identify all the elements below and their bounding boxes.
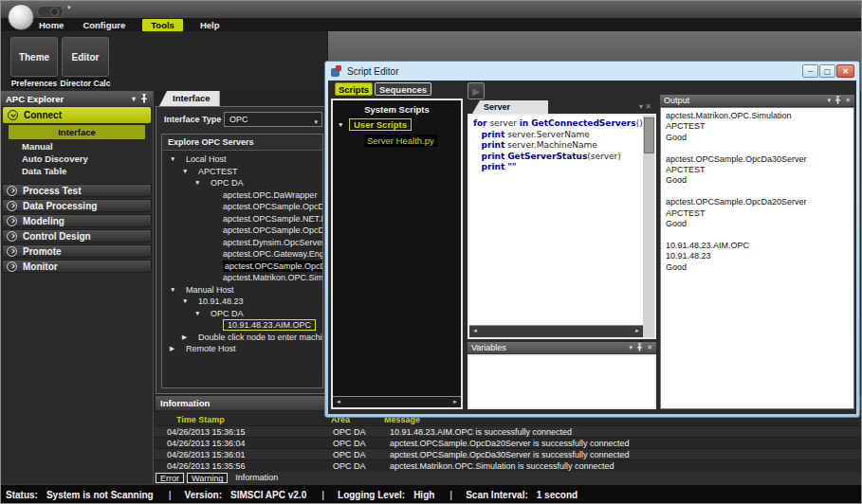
sidebar-item-connect[interactable]: Connect: [3, 107, 151, 123]
pin-icon[interactable]: [834, 96, 841, 105]
sidebar-item-auto-discovery[interactable]: Auto Discovery: [1, 153, 153, 165]
tree-row-apctest-opc-gateway-engin[interactable]: apctest.OPC.Gateway.Engin: [162, 248, 322, 261]
dropdown-icon[interactable]: ▾: [630, 344, 633, 351]
quick-access-dropdown-icon[interactable]: ▾: [67, 4, 71, 11]
log-message: 10.91.48.23.AIM.OPC is successfully conn…: [390, 427, 572, 437]
theme-button[interactable]: Theme: [10, 37, 58, 77]
tree-row-apctest-opc-dawrapper[interactable]: apctest.OPC.DaWrapper: [162, 189, 322, 202]
ribbon-groups: ThemePreferencesEditorDirector Calc: [1, 31, 328, 91]
minimize-button[interactable]: ─: [802, 64, 818, 78]
menu-tab-tools[interactable]: Tools: [142, 19, 183, 31]
expander-open-icon[interactable]: ▼: [170, 153, 186, 166]
status-label-scan-interval: Scan Interval:: [466, 490, 528, 500]
tree-row-apctest-opcsample-opcda20server[interactable]: apctest.OPCSample.OpcDa20Server: [162, 261, 322, 273]
log-tab-error[interactable]: Error: [156, 473, 184, 483]
expander-open-icon[interactable]: ▼: [194, 308, 211, 320]
variables-title: Variables: [471, 343, 506, 352]
scrollbar-thumb[interactable]: [644, 117, 654, 153]
script-node-server-health[interactable]: Server Health.py: [364, 135, 437, 147]
tree-row-opc-da[interactable]: ▼OPC DA: [162, 308, 322, 320]
tree-row-remote-host[interactable]: ▶Remote Host: [162, 343, 322, 355]
sidebar-section-promote[interactable]: Promote: [2, 244, 152, 258]
expander-closed-icon[interactable]: ▶: [182, 332, 198, 344]
output-line: Good: [666, 133, 853, 143]
output-content[interactable]: apctest.Matrikon.OPC.SimulationAPCTESTGo…: [660, 107, 854, 409]
pin-icon[interactable]: [140, 94, 148, 105]
tree-row-double-click-node-to-enter-machine[interactable]: ▶Double click node to enter machine: [162, 332, 322, 344]
code-text: ():: [636, 118, 643, 128]
scroll-left-icon[interactable]: ◄: [472, 326, 478, 336]
tree-row-apctest-opcsample-net-da[interactable]: apctest.OPCSample.NET.Da: [162, 213, 322, 225]
tree-row-apctest-dynsim-opcserver[interactable]: apctest.Dynsim.OpcServer.: [162, 237, 322, 249]
code-keyword: "": [507, 162, 516, 171]
dropdown-icon[interactable]: ▾: [828, 97, 832, 104]
tree-row-10-91-48-23[interactable]: ▼10.91.48.23: [162, 296, 322, 308]
expander-open-icon[interactable]: ▼: [182, 296, 198, 308]
code-editor[interactable]: for server in GetConnectedServers(): pri…: [468, 114, 656, 339]
sidebar-section-control-design[interactable]: Control Design: [2, 229, 152, 243]
output-line: [666, 187, 853, 197]
menu-tab-home[interactable]: Home: [37, 19, 65, 31]
log-tab-information[interactable]: Information: [230, 473, 283, 483]
close-icon[interactable]: ✕: [845, 97, 851, 104]
sidebar-item-interface[interactable]: Interface: [9, 125, 145, 139]
expander-open-icon[interactable]: ▼: [170, 284, 186, 297]
output-line: 10.91.48.23: [666, 251, 853, 261]
code-line: print GetServerStatus(server): [473, 152, 643, 163]
tree-horizontal-scrollbar[interactable]: ◄ ►: [333, 396, 461, 407]
sidebar-item-data-table[interactable]: Data Table: [1, 165, 153, 177]
document-tab-controls[interactable]: ▾ ✕: [639, 102, 651, 111]
scroll-right-icon[interactable]: ►: [452, 397, 458, 406]
log-filter-tabs: ErrorWarningInformation: [154, 472, 862, 484]
code-text[interactable]: for server in GetConnectedServers(): pri…: [469, 116, 643, 326]
dialog-title-bar[interactable]: Script Editor: [325, 62, 859, 81]
log-tab-warning[interactable]: Warning: [187, 473, 228, 483]
code-vertical-scrollbar[interactable]: [643, 116, 654, 326]
menu-tab-configure[interactable]: Configure: [81, 19, 127, 31]
tree-row-apctest-opcsample-opcda30server[interactable]: apctest.OPCSample.OpcDa30Server: [162, 225, 322, 237]
scroll-right-icon[interactable]: ►: [634, 326, 640, 336]
run-script-button[interactable]: ▶: [468, 82, 485, 99]
tree-row-apctest-matrikon-opc-simulation[interactable]: apctest.Matrikon.OPC.Simulation: [162, 272, 322, 284]
variables-content[interactable]: [468, 354, 656, 409]
sidebar-section-modeling[interactable]: Modeling: [2, 214, 152, 227]
expander-open-icon[interactable]: ▼: [338, 121, 349, 128]
maximize-button[interactable]: ▢: [819, 64, 835, 78]
code-horizontal-scrollbar[interactable]: ◄ ►: [469, 325, 643, 337]
menu-tab-help[interactable]: Help: [198, 19, 222, 31]
sidebar-section-monitor[interactable]: Monitor: [2, 260, 152, 273]
pin-icon[interactable]: [636, 343, 643, 352]
sidebar-section-data-processing[interactable]: Data Processing: [2, 199, 152, 212]
tree-row-apctest[interactable]: ▼APCTEST: [162, 166, 322, 178]
tree-node-label: apctest.Matrikon.OPC.Simulation: [223, 273, 322, 282]
collapse-icon[interactable]: ▾: [132, 95, 136, 103]
tab-interface[interactable]: Interface: [159, 91, 220, 106]
log-row[interactable]: 04/26/2013 15:35:56OPC DAapctest.Matriko…: [154, 459, 862, 472]
expander-closed-icon[interactable]: ▶: [170, 343, 186, 355]
close-button[interactable]: ✕: [836, 64, 854, 78]
sidebar-header: APC Explorer ▾: [1, 92, 153, 106]
tree-row-local-host[interactable]: ▼Local Host: [162, 153, 322, 166]
tree-row-manual-host[interactable]: ▼Manual Host: [162, 284, 322, 297]
tree-row-10-91-48-23-aim-opc[interactable]: 10.91.48.23.AIM.OPC: [162, 319, 322, 332]
user-scripts-node[interactable]: User Scripts: [349, 118, 412, 131]
system-scripts-node[interactable]: System Scripts: [333, 104, 461, 115]
tab-scripts[interactable]: Scripts: [335, 82, 373, 96]
log-area: OPC DA: [333, 461, 366, 471]
editor-button[interactable]: Editor: [62, 37, 109, 77]
tree-row-opc-da[interactable]: ▼OPC DA: [162, 177, 322, 189]
ribbon-group-label: Director Calc: [62, 78, 109, 88]
expander-open-icon[interactable]: ▼: [182, 166, 198, 178]
scroll-left-icon[interactable]: ◄: [336, 397, 341, 406]
close-icon[interactable]: ✕: [647, 344, 652, 351]
status-label-version: Version:: [185, 490, 222, 500]
tab-server-health-py[interactable]: Server Health.py: [472, 100, 548, 114]
sidebar-section-process-test[interactable]: Process Test: [2, 184, 152, 197]
code-line: print server.MachineName: [473, 140, 643, 152]
expander-open-icon[interactable]: ▼: [194, 177, 211, 189]
sidebar-item-manual[interactable]: Manual: [1, 140, 153, 153]
tab-sequences[interactable]: Sequences: [375, 82, 431, 96]
tree-row-apctest-opcsample-opcdas[interactable]: apctest.OPCSample.OpcDaS: [162, 201, 322, 213]
interface-type-select[interactable]: OPC ▾: [224, 112, 322, 127]
application-orb-button[interactable]: [8, 4, 34, 30]
